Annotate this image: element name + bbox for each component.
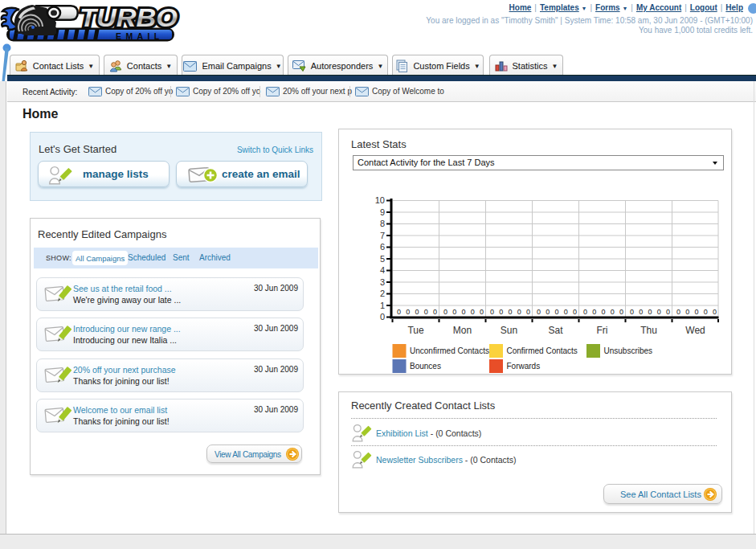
svg-text:0: 0 [639, 308, 643, 316]
svg-text:5: 5 [380, 254, 385, 264]
svg-text:0: 0 [619, 308, 623, 316]
svg-text:Sun: Sun [501, 325, 517, 336]
svg-text:0: 0 [546, 308, 550, 316]
svg-text:3: 3 [380, 277, 385, 287]
svg-text:Unconfirmed Contacts: Unconfirmed Contacts [410, 346, 489, 355]
svg-text:EMAIL: EMAIL [116, 31, 164, 41]
svg-text:0: 0 [380, 312, 385, 322]
svg-text:0: 0 [676, 308, 680, 316]
svg-text:TURBO: TURBO [80, 4, 178, 32]
svg-text:0: 0 [564, 308, 568, 316]
svg-text:10: 10 [375, 195, 385, 205]
svg-text:0: 0 [583, 308, 587, 316]
svg-text:0: 0 [517, 308, 521, 316]
svg-text:9: 9 [380, 207, 385, 217]
svg-text:2: 2 [380, 289, 385, 298]
svg-text:0: 0 [424, 308, 428, 316]
svg-text:0: 0 [630, 308, 634, 316]
svg-text:Confirmed Contacts: Confirmed Contacts [507, 346, 578, 355]
svg-text:0: 0 [648, 308, 652, 316]
svg-text:Forwards: Forwards [507, 362, 541, 371]
svg-text:Mon: Mon [453, 325, 472, 336]
svg-text:Unsubscribes: Unsubscribes [604, 346, 653, 355]
svg-text:0: 0 [601, 308, 605, 316]
svg-text:0: 0 [611, 308, 615, 316]
svg-text:Thu: Thu [640, 325, 657, 336]
svg-text:0: 0 [406, 308, 410, 316]
svg-text:0: 0 [490, 308, 494, 316]
svg-text:6: 6 [380, 242, 385, 252]
svg-text:Bounces: Bounces [410, 362, 441, 371]
svg-text:0: 0 [508, 308, 512, 316]
svg-text:Fri: Fri [597, 325, 608, 336]
svg-text:8: 8 [380, 219, 385, 228]
svg-text:1: 1 [380, 301, 385, 310]
svg-text:0: 0 [499, 308, 503, 316]
svg-text:0: 0 [471, 308, 475, 316]
svg-text:0: 0 [537, 308, 541, 316]
svg-text:0: 0 [573, 308, 577, 316]
svg-text:0: 0 [461, 308, 465, 316]
svg-text:0: 0 [704, 308, 708, 316]
svg-text:Tue: Tue [407, 325, 424, 336]
svg-text:Sat: Sat [548, 325, 563, 336]
svg-text:0: 0 [526, 308, 530, 316]
svg-text:0: 0 [480, 308, 484, 316]
svg-text:0: 0 [685, 308, 689, 316]
svg-text:0: 0 [415, 308, 419, 316]
svg-text:Wed: Wed [685, 325, 705, 336]
svg-text:0: 0 [443, 308, 447, 316]
svg-text:0: 0 [694, 308, 698, 316]
svg-text:0: 0 [433, 308, 437, 316]
svg-text:0: 0 [452, 308, 456, 316]
svg-text:4: 4 [380, 265, 385, 275]
svg-text:0: 0 [657, 308, 661, 316]
svg-text:0: 0 [397, 308, 401, 316]
svg-text:0: 0 [554, 308, 558, 316]
svg-text:7: 7 [380, 231, 385, 240]
svg-text:0: 0 [713, 308, 717, 316]
svg-text:0: 0 [666, 308, 670, 316]
svg-text:0: 0 [592, 308, 596, 316]
